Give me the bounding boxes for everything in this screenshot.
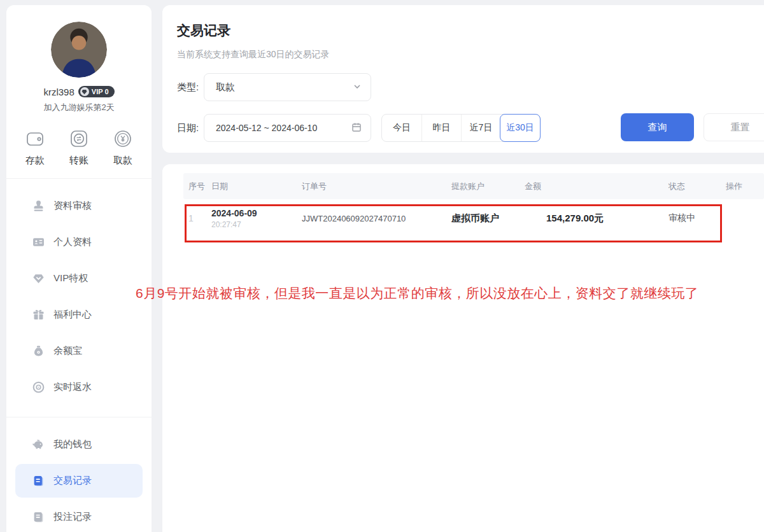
col-order: 订单号 <box>302 181 451 192</box>
user-row: krzl398 VIP 0 <box>6 86 152 97</box>
row-date: 2024-06-09 20:27:47 <box>211 208 302 229</box>
transfer-icon <box>68 127 90 150</box>
vip-diamond-icon <box>80 87 89 96</box>
page-subtitle: 当前系统支持查询最近30日的交易记录 <box>177 49 764 60</box>
col-action: 操作 <box>726 181 764 192</box>
sidebar-item-label: 资料审核 <box>53 200 92 212</box>
bet-record-icon <box>32 511 45 524</box>
range-yesterday-button[interactable]: 昨日 <box>421 115 461 141</box>
reset-button[interactable]: 重置 <box>704 113 764 141</box>
transactions-doc-icon <box>32 475 45 487</box>
piggy-bank-icon <box>32 438 45 451</box>
yuan-circle-icon <box>112 127 134 150</box>
quick-range-group: 今日 昨日 近7日 近30日 <box>381 114 541 142</box>
sidebar-item-label: VIP特权 <box>53 272 88 284</box>
deposit-button[interactable]: 存款 <box>24 127 46 167</box>
row-time-value: 20:27:47 <box>211 220 302 229</box>
vip-badge-label: VIP 0 <box>92 88 109 95</box>
row-status: 审核中 <box>668 213 726 224</box>
sidebar-item-label: 实时返水 <box>53 381 92 393</box>
type-select[interactable]: 取款 <box>204 73 371 101</box>
date-label: 日期: <box>177 122 204 134</box>
money-pouch-icon <box>32 345 45 358</box>
quick-actions: 存款 转账 取款 <box>6 127 152 167</box>
username: krzl398 <box>43 87 74 97</box>
sidebar-item-wallet[interactable]: 我的钱包 <box>6 426 152 463</box>
col-seq: 序号 <box>188 181 211 192</box>
col-account: 提款账户 <box>451 181 525 192</box>
rebate-coin-icon <box>32 381 45 394</box>
row-amount: 154,279.00元 <box>525 213 668 225</box>
sidebar-item-label: 福利中心 <box>53 309 92 321</box>
sidebar-item-label: 余额宝 <box>53 345 82 357</box>
deposit-label: 存款 <box>25 155 45 167</box>
sidebar-nav-bottom: 我的钱包 交易记录 <box>6 417 152 532</box>
annotation-text: 6月9号开始就被审核，但是我一直是以为正常的审核，所以没放在心上，资料交了就继续… <box>136 284 698 302</box>
sidebar-item-profile[interactable]: 个人资料 <box>6 224 152 260</box>
col-status: 状态 <box>668 181 726 192</box>
records-panel: 序号 日期 订单号 提款账户 金额 状态 操作 1 2024-06-09 20:… <box>162 164 764 532</box>
stamp-icon <box>32 200 45 213</box>
withdraw-label: 取款 <box>113 155 132 167</box>
filter-panel: 交易记录 当前系统支持查询最近30日的交易记录 类型: 取款 日期: 2024-… <box>162 5 764 153</box>
row-order-no: JJWT202406092027470710 <box>302 214 451 223</box>
join-days-text: 加入九游娱乐第2天 <box>6 102 152 113</box>
range-7days-button[interactable]: 近7日 <box>461 115 500 141</box>
col-amount: 金额 <box>525 181 668 192</box>
sidebar: krzl398 VIP 0 加入九游娱乐第2天 存款 <box>6 5 152 532</box>
date-range-value: 2024-05-12 ~ 2024-06-10 <box>216 123 317 133</box>
sidebar-item-label: 投注记录 <box>53 511 92 523</box>
vip-badge[interactable]: VIP 0 <box>78 86 115 97</box>
transfer-button[interactable]: 转账 <box>68 127 90 167</box>
sidebar-item-audit[interactable]: 资料审核 <box>6 188 152 224</box>
range-30days-button[interactable]: 近30日 <box>500 114 541 142</box>
gift-icon <box>32 309 45 321</box>
sidebar-item-welfare[interactable]: 福利中心 <box>6 297 152 333</box>
row-account: 虚拟币账户 <box>451 213 525 225</box>
id-card-icon <box>32 236 45 249</box>
withdraw-button[interactable]: 取款 <box>112 127 134 167</box>
wallet-icon <box>24 127 46 150</box>
transfer-label: 转账 <box>69 155 88 167</box>
chevron-down-icon <box>353 82 362 93</box>
sidebar-item-rebate[interactable]: 实时返水 <box>6 369 152 405</box>
type-select-value: 取款 <box>216 81 235 94</box>
type-filter-row: 类型: 取款 <box>177 73 764 101</box>
sidebar-item-vip[interactable]: VIP特权 <box>6 260 152 297</box>
sidebar-nav-top: 资料审核 个人资料 <box>6 179 152 405</box>
sidebar-item-label: 我的钱包 <box>53 438 92 451</box>
calendar-icon <box>351 122 362 134</box>
sidebar-item-label: 交易记录 <box>53 475 92 487</box>
sidebar-item-bets[interactable]: 投注记录 <box>6 499 152 532</box>
col-date: 日期 <box>211 181 302 192</box>
page-title: 交易记录 <box>177 22 764 39</box>
sidebar-item-transactions[interactable]: 交易记录 <box>15 464 143 498</box>
avatar[interactable] <box>51 22 107 78</box>
row-date-value: 2024-06-09 <box>211 208 302 218</box>
table-header: 序号 日期 订单号 提款账户 金额 状态 操作 <box>183 173 764 199</box>
sidebar-item-label: 个人资料 <box>53 236 92 248</box>
date-range-input[interactable]: 2024-05-12 ~ 2024-06-10 <box>204 114 371 142</box>
range-today-button[interactable]: 今日 <box>382 115 421 141</box>
type-label: 类型: <box>177 81 204 94</box>
row-seq: 1 <box>188 213 211 223</box>
query-button[interactable]: 查询 <box>621 113 694 141</box>
sidebar-item-yuebao[interactable]: 余额宝 <box>6 333 152 369</box>
table-row: 1 2024-06-09 20:27:47 JJWT20240609202747… <box>183 199 764 237</box>
diamond-icon <box>32 272 45 285</box>
